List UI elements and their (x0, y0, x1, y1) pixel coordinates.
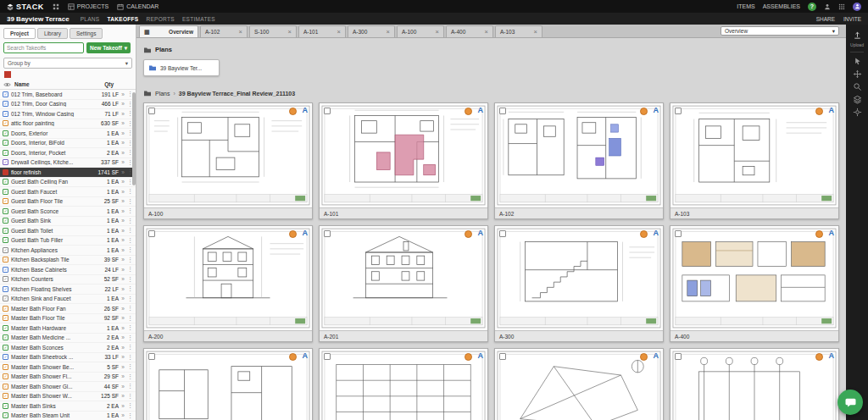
group-by-select[interactable]: Group by ▾ (3, 58, 132, 69)
takeoff-row[interactable]: ✓Master Bath Floor Tile92 SF»⋮ (0, 314, 136, 324)
plan-thumbnail[interactable] (320, 103, 487, 207)
name-column-header[interactable]: Name (14, 81, 30, 87)
goto-takeoff-icon[interactable]: » (119, 237, 127, 243)
takeoff-color-checkbox[interactable]: ✓ (3, 325, 8, 331)
goto-takeoff-icon[interactable]: » (119, 130, 127, 136)
pan-icon[interactable] (850, 68, 864, 80)
takeoff-row[interactable]: ✓Guest Bath Faucet1 EA»⋮ (0, 187, 136, 197)
takeoff-color-checkbox[interactable]: ✓ (3, 150, 8, 156)
takeoff-color-checkbox[interactable]: ✓ (3, 315, 8, 321)
takeoff-color-checkbox[interactable]: ✓ (3, 218, 8, 224)
takeoff-row[interactable]: ✓Doors, Interior, BiFold1 EA»⋮ (0, 139, 136, 149)
visibility-eye-icon[interactable] (3, 82, 11, 87)
user-avatar[interactable] (853, 3, 861, 11)
plan-tab[interactable]: ▦Overview (139, 25, 198, 37)
takeoff-menu-icon[interactable]: ⋮ (127, 237, 133, 244)
plan-thumbnail[interactable] (320, 349, 487, 420)
help-icon[interactable]: ? (808, 3, 816, 11)
plan-checkbox[interactable] (148, 353, 155, 360)
goto-takeoff-icon[interactable]: » (119, 373, 127, 379)
plan-card[interactable]: AA-200 (143, 225, 313, 342)
tab-takeoffs[interactable]: TAKEOFFS (108, 16, 139, 22)
takeoff-color-checkbox[interactable]: ✓ (3, 257, 8, 262)
goto-takeoff-icon[interactable]: » (119, 120, 127, 126)
plan-checkbox[interactable] (324, 108, 331, 114)
takeoff-color-checkbox[interactable]: ✓ (3, 101, 8, 107)
takeoff-color-checkbox[interactable]: ✓ (3, 393, 8, 399)
goto-takeoff-icon[interactable]: » (119, 140, 127, 146)
layers-icon[interactable] (850, 93, 864, 106)
goto-takeoff-icon[interactable]: » (119, 189, 127, 195)
new-takeoff-button[interactable]: New Takeoff ▾ (86, 42, 131, 53)
goto-takeoff-icon[interactable]: » (119, 403, 127, 409)
takeoff-color-checkbox[interactable]: ✓ (3, 267, 8, 273)
plan-tab[interactable]: A-102× (200, 25, 248, 37)
nav-items[interactable]: ITEMS (737, 3, 754, 9)
takeoff-color-checkbox[interactable]: ✓ (3, 247, 8, 253)
takeoff-menu-icon[interactable]: ⋮ (127, 402, 133, 409)
plan-thumbnail[interactable] (670, 103, 838, 207)
plan-checkbox[interactable] (148, 230, 155, 237)
plan-thumbnail[interactable] (144, 349, 312, 420)
takeoff-menu-icon[interactable]: ⋮ (127, 257, 133, 263)
goto-takeoff-icon[interactable]: » (119, 198, 127, 204)
takeoff-color-checkbox[interactable]: ✓ (3, 286, 8, 292)
takeoff-menu-icon[interactable]: ⋮ (127, 296, 133, 302)
takeoff-color-checkbox[interactable]: ✓ (3, 179, 8, 185)
goto-takeoff-icon[interactable]: » (119, 159, 127, 165)
plan-checkbox[interactable] (499, 108, 506, 114)
takeoff-menu-icon[interactable]: ⋮ (127, 383, 133, 390)
takeoff-row[interactable]: ✓Guest Bath Floor Tile25 SF»⋮ (0, 197, 136, 207)
goto-takeoff-icon[interactable]: » (119, 345, 127, 351)
takeoff-color-checkbox[interactable]: ✓ (3, 111, 8, 117)
close-tab-icon[interactable]: × (534, 28, 537, 36)
takeoff-row[interactable]: ✓Kitchen Base Cabinets24 LF»⋮ (0, 265, 136, 275)
plan-card[interactable]: AA-201 (319, 225, 488, 342)
chat-launcher-button[interactable] (837, 390, 863, 415)
tab-estimates[interactable]: ESTIMATES (182, 16, 215, 22)
takeoff-row[interactable]: ✓Guest Bath Ceiling Fan1 EA»⋮ (0, 178, 136, 188)
goto-takeoff-icon[interactable]: » (119, 169, 127, 175)
close-tab-icon[interactable]: × (239, 28, 242, 36)
breadcrumb-root[interactable]: Plans (155, 91, 170, 97)
takeoff-color-checkbox[interactable]: ✓ (3, 384, 8, 390)
goto-takeoff-icon[interactable]: » (119, 91, 127, 97)
plan-checkbox[interactable] (675, 230, 682, 237)
plan-thumbnail[interactable] (495, 103, 663, 207)
takeoff-row[interactable]: ✓Drywall Ceilings, Kitche...337 SF»⋮ (0, 158, 136, 169)
takeoff-color-checkbox[interactable]: ✓ (3, 130, 8, 136)
sidebar-tab-library[interactable]: Library (37, 28, 68, 39)
takeoff-menu-icon[interactable]: ⋮ (127, 363, 133, 370)
invite-button[interactable]: INVITE (843, 16, 861, 22)
plan-tab[interactable]: A-300× (348, 25, 395, 37)
takeoff-menu-icon[interactable]: ⋮ (127, 285, 133, 292)
takeoff-row[interactable]: ✓012 Trim, Baseboard191 LF»⋮ (0, 90, 136, 100)
stack-logo[interactable]: STACK (7, 3, 44, 11)
takeoff-menu-icon[interactable]: ⋮ (127, 324, 133, 331)
takeoff-color-checkbox[interactable]: ✓ (3, 364, 8, 370)
goto-takeoff-icon[interactable]: » (119, 218, 127, 224)
goto-takeoff-icon[interactable]: » (119, 306, 127, 312)
plan-folder-card[interactable]: 39 Bayview Ter... (143, 59, 220, 76)
takeoff-color-checkbox[interactable]: ✓ (3, 345, 8, 351)
takeoff-color-checkbox[interactable]: ✓ (3, 306, 8, 312)
upload-icon[interactable] (850, 29, 864, 41)
goto-takeoff-icon[interactable]: » (119, 325, 127, 331)
takeoff-color-checkbox[interactable]: ✓ (3, 120, 8, 126)
takeoff-menu-icon[interactable]: ⋮ (127, 334, 133, 341)
goto-takeoff-icon[interactable]: » (119, 111, 127, 117)
apps-grid-icon[interactable] (53, 3, 59, 10)
plan-checkbox[interactable] (675, 108, 682, 114)
goto-takeoff-icon[interactable]: » (119, 276, 127, 282)
plan-checkbox[interactable] (324, 353, 331, 360)
goto-takeoff-icon[interactable]: » (119, 384, 127, 390)
tab-reports[interactable]: REPORTS (146, 16, 174, 22)
takeoff-color-checkbox[interactable]: ✓ (3, 159, 8, 165)
takeoff-menu-icon[interactable]: ⋮ (127, 188, 133, 195)
plan-thumbnail[interactable] (144, 103, 312, 207)
waffle-icon[interactable] (838, 3, 845, 10)
goto-takeoff-icon[interactable]: » (119, 228, 127, 234)
takeoff-row[interactable]: ✓Master Bath Sconces2 EA»⋮ (0, 343, 136, 353)
goto-takeoff-icon[interactable]: » (119, 257, 127, 262)
plan-thumbnail[interactable] (495, 349, 663, 420)
